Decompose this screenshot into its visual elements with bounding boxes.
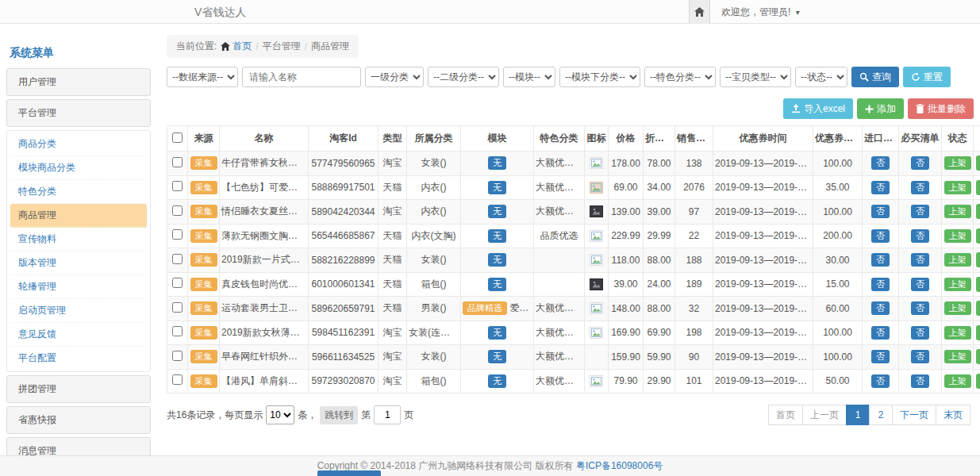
edit-button[interactable] <box>976 325 980 340</box>
status-badge[interactable]: 上架 <box>944 229 971 243</box>
status-badge[interactable]: 上架 <box>944 253 971 267</box>
sidebar-item-3[interactable]: 商品管理 <box>10 204 147 228</box>
row-checkbox[interactable] <box>172 254 183 264</box>
filter-feature-category-select[interactable]: --特色分类-- <box>644 67 716 87</box>
page-button-2[interactable]: 2 <box>869 405 893 425</box>
status-badge[interactable]: 上架 <box>944 326 971 340</box>
row-checkbox[interactable] <box>172 278 183 288</box>
import-select-toggle[interactable]: 否 <box>871 156 890 170</box>
import-select-toggle[interactable]: 否 <box>871 350 890 363</box>
import-select-toggle[interactable]: 否 <box>871 229 890 243</box>
page-button-1[interactable]: 1 <box>846 405 870 425</box>
must-buy-toggle[interactable]: 否 <box>911 278 929 291</box>
sidebar-item-7[interactable]: 启动页管理 <box>10 299 147 323</box>
sidebar-section-2[interactable]: 拼团管理 <box>6 375 151 403</box>
must-buy-toggle[interactable]: 否 <box>911 374 929 388</box>
row-checkbox[interactable] <box>172 326 183 336</box>
discount-price-cell: 88.00 <box>644 248 675 273</box>
filter-item-type-select[interactable]: --宝贝类型-- <box>720 67 791 87</box>
sidebar-item-1[interactable]: 模块商品分类 <box>10 156 147 180</box>
sidebar-section-0[interactable]: 用户管理 <box>6 68 151 96</box>
breadcrumb-home-link[interactable]: 首页 <box>221 40 252 53</box>
edit-button[interactable] <box>976 204 980 219</box>
status-badge[interactable]: 上架 <box>944 205 971 218</box>
edit-button[interactable] <box>976 374 980 389</box>
row-checkbox[interactable] <box>172 205 183 216</box>
table-row: 采集运动套装男士卫衣初秋...589620659791天猫男装()品牌精选 爱上… <box>167 297 980 321</box>
row-checkbox[interactable] <box>172 181 183 191</box>
import-select-toggle[interactable]: 否 <box>871 181 890 194</box>
icp-link[interactable]: 粤ICP备16098006号 <box>576 460 663 471</box>
must-buy-toggle[interactable]: 否 <box>911 326 929 340</box>
must-buy-toggle[interactable]: 否 <box>911 229 929 243</box>
edit-button[interactable] <box>976 349 980 364</box>
must-buy-toggle[interactable]: 否 <box>911 350 929 363</box>
import-select-toggle[interactable]: 否 <box>871 301 890 315</box>
category-cell: 箱包() <box>407 369 461 393</box>
row-checkbox[interactable] <box>172 374 183 385</box>
filter-level1-category-select[interactable]: 一级分类 <box>365 67 424 87</box>
sidebar-section-3[interactable]: 省惠快报 <box>6 406 151 434</box>
sidebar-item-0[interactable]: 商品分类 <box>10 132 147 156</box>
edit-button[interactable] <box>976 180 980 195</box>
sidebar-item-2[interactable]: 特色分类 <box>10 180 147 204</box>
filter-data-source-select[interactable]: --数据来源-- <box>167 67 238 87</box>
edit-button[interactable] <box>976 155 980 171</box>
status-badge[interactable]: 上架 <box>944 181 971 194</box>
sidebar-item-9[interactable]: 平台配置 <box>10 347 147 370</box>
bottom-accent-bar <box>317 470 381 476</box>
add-button[interactable]: 添加 <box>857 98 904 119</box>
page-button-上一页[interactable]: 上一页 <box>802 405 847 425</box>
page-button-首页[interactable]: 首页 <box>768 405 803 425</box>
import-select-toggle[interactable]: 否 <box>871 205 890 218</box>
import-select-toggle[interactable]: 否 <box>871 374 890 388</box>
must-buy-toggle[interactable]: 否 <box>911 301 929 315</box>
import-select-toggle[interactable]: 否 <box>871 253 890 267</box>
sidebar-section-1[interactable]: 平台管理 <box>6 99 151 127</box>
batch-delete-button[interactable]: 批量删除 <box>908 98 974 119</box>
must-buy-cell: 否 <box>899 248 942 273</box>
jump-to-button[interactable]: 跳转到 <box>320 406 358 424</box>
row-checkbox[interactable] <box>172 229 183 240</box>
filter-module-sub-category-select[interactable]: --模块下分类-- <box>559 67 640 87</box>
status-badge[interactable]: 上架 <box>944 350 971 363</box>
filter-name-search-input[interactable] <box>242 67 361 87</box>
query-button[interactable]: 查询 <box>851 67 899 87</box>
must-buy-toggle[interactable]: 否 <box>911 156 929 170</box>
home-button[interactable] <box>689 0 710 24</box>
status-badge[interactable]: 上架 <box>944 278 971 291</box>
status-badge[interactable]: 上架 <box>944 374 971 388</box>
per-page-select[interactable]: 10 <box>266 405 294 424</box>
status-badge[interactable]: 上架 <box>944 301 971 315</box>
must-buy-toggle[interactable]: 否 <box>911 253 929 267</box>
reset-button[interactable]: 重置 <box>903 67 951 87</box>
edit-button[interactable] <box>976 301 980 316</box>
edit-button[interactable] <box>976 277 980 292</box>
sales-count-cell: 198 <box>675 321 713 345</box>
import-select-cell: 否 <box>863 200 899 225</box>
must-buy-toggle[interactable]: 否 <box>911 205 929 218</box>
status-badge[interactable]: 上架 <box>944 156 971 170</box>
import-excel-button[interactable]: 导入excel <box>783 98 853 119</box>
sidebar-item-8[interactable]: 意见反馈 <box>10 323 147 347</box>
import-select-toggle[interactable]: 否 <box>871 326 890 340</box>
edit-button[interactable] <box>976 228 980 244</box>
filter-status-select[interactable]: --状态-- <box>795 67 847 87</box>
row-checkbox[interactable] <box>172 157 183 167</box>
welcome-text: 欢迎您，管理员! <box>721 6 790 17</box>
row-checkbox[interactable] <box>172 351 183 361</box>
page-button-下一页[interactable]: 下一页 <box>892 405 936 425</box>
welcome-user-menu[interactable]: 欢迎您，管理员! ▾ <box>721 6 800 19</box>
select-all-checkbox[interactable] <box>172 132 183 143</box>
page-button-末页[interactable]: 末页 <box>936 405 970 425</box>
sidebar-item-5[interactable]: 版本管理 <box>10 251 147 275</box>
sidebar-item-6[interactable]: 轮播管理 <box>10 275 147 299</box>
must-buy-toggle[interactable]: 否 <box>911 181 929 194</box>
edit-button[interactable] <box>976 252 980 267</box>
filter-level2-category-select[interactable]: --二级分类-- <box>428 67 499 87</box>
import-select-toggle[interactable]: 否 <box>871 278 890 291</box>
row-checkbox[interactable] <box>172 302 183 313</box>
sidebar-item-4[interactable]: 宣传物料 <box>10 228 147 251</box>
filter-module-select[interactable]: --模块-- <box>503 67 555 87</box>
jump-page-input[interactable] <box>374 405 401 424</box>
